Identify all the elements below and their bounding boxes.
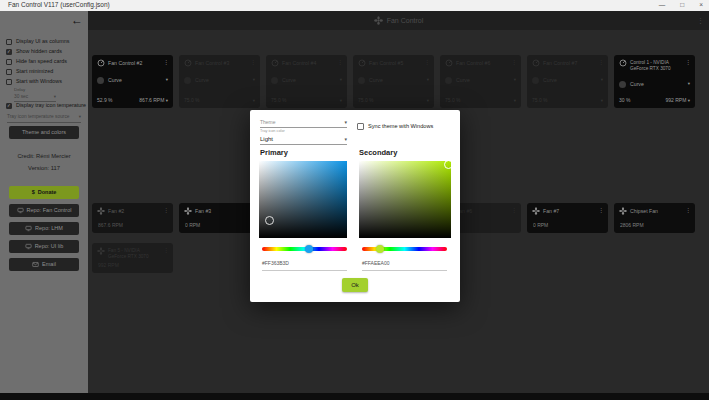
- card-title: Control 1 - NVIDIA: [630, 61, 671, 66]
- overflow-menu-icon[interactable]: ⋮: [697, 17, 704, 24]
- checkbox-checked[interactable]: ✓: [6, 103, 12, 109]
- gauge-icon: [184, 59, 192, 67]
- repo-ui-lib-button[interactable]: Repo: UI lib: [9, 240, 79, 253]
- chevron-down-icon: ▾: [79, 115, 81, 120]
- primary-hex-input[interactable]: #FF363B3D: [262, 261, 347, 271]
- enable-toggle[interactable]: [532, 77, 539, 84]
- option-start-with-windows[interactable]: Start with Windows: [6, 79, 62, 85]
- checkbox[interactable]: [6, 79, 12, 85]
- checkbox[interactable]: [6, 39, 12, 45]
- app-header: Fan Control ⋮: [88, 11, 709, 30]
- secondary-hue-thumb[interactable]: [376, 245, 384, 253]
- gauge-icon: [97, 59, 105, 67]
- curve-select[interactable]: Curve: [543, 78, 557, 83]
- option-tray-temperature[interactable]: ✓ Display tray icon temperature: [6, 103, 86, 109]
- kebab-menu-icon[interactable]: ⋮: [424, 59, 430, 65]
- fan-icon: [97, 247, 105, 255]
- checkbox-checked[interactable]: ✓: [6, 49, 12, 55]
- kebab-menu-icon[interactable]: ⋮: [685, 207, 691, 213]
- enable-toggle[interactable]: [619, 81, 626, 88]
- fan-speed-card[interactable]: Fan #2 ⋮ 867.6 RPM: [92, 203, 173, 233]
- primary-hue-thumb[interactable]: [305, 245, 313, 253]
- fan-speed-card[interactable]: Fan 5 - NVIDIA GeForce RTX 3070 ⋮ 992 RP…: [92, 243, 173, 273]
- curve-select[interactable]: Curve: [369, 78, 383, 83]
- checkbox[interactable]: [357, 123, 364, 130]
- option-start-minimized[interactable]: Start minimized: [6, 69, 53, 75]
- monitor-icon: [17, 207, 24, 214]
- monitor-icon: [25, 243, 32, 250]
- maximize-button[interactable]: □: [680, 2, 684, 9]
- fan-control-card[interactable]: Fan Control #4 ⋮ Curve ▾ 75.0 % ▾: [266, 55, 347, 108]
- color-selector-ring[interactable]: [265, 216, 274, 225]
- kebab-menu-icon[interactable]: ⋮: [163, 247, 169, 253]
- email-button[interactable]: Email: [9, 258, 79, 271]
- fan-speed-card[interactable]: Fan #3 ⋮ 0 RPM: [179, 203, 260, 233]
- fan-control-card[interactable]: Fan Control #3 ⋮ Curve ▾ 75.0 % ▾: [179, 55, 260, 108]
- curve-select[interactable]: Curve: [630, 82, 644, 87]
- fan-icon: [97, 207, 105, 215]
- back-arrow-button[interactable]: ←: [71, 14, 83, 26]
- fan-icon: [619, 207, 627, 215]
- theme-and-colors-button[interactable]: Theme and colors: [9, 126, 79, 139]
- kebab-menu-icon[interactable]: ⋮: [598, 207, 604, 213]
- option-display-ui-columns[interactable]: Display UI as columns: [6, 39, 69, 45]
- fan-control-card[interactable]: Fan Control #7 ⋮ Curve ▾ 75.0 % ▾: [527, 55, 608, 108]
- enable-toggle[interactable]: [184, 77, 191, 84]
- repo-fan-control-button[interactable]: Repo: Fan Control: [9, 204, 79, 217]
- card-title: Fan #2: [108, 209, 124, 214]
- kebab-menu-icon[interactable]: ⋮: [598, 59, 604, 65]
- checkbox[interactable]: [6, 59, 12, 65]
- secondary-hex-input[interactable]: #FFAEEA00: [362, 261, 447, 271]
- fan-control-card[interactable]: Fan Control #5 ⋮ Curve ▾ 75.0 % ▾: [353, 55, 434, 108]
- sync-theme-label: Sync theme with Windows: [368, 124, 433, 130]
- chevron-down-icon: ▾: [601, 98, 603, 103]
- fan-speed-card[interactable]: Chipset Fan ⋮ 2806 RPM: [614, 203, 695, 233]
- fan-control-card[interactable]: Fan Control #2 ⋮ Curve ▾ 52.9 % 867.6 RP…: [92, 55, 173, 108]
- repo-lhm-button[interactable]: Repo: LHM: [9, 222, 79, 235]
- option-label: Show hidden cards: [16, 49, 62, 54]
- kebab-menu-icon[interactable]: ⋮: [511, 207, 517, 213]
- fan-percent: 75.0 %: [358, 98, 374, 104]
- kebab-menu-icon[interactable]: ⋮: [337, 59, 343, 65]
- button-label: Email: [42, 262, 56, 268]
- chevron-down-icon: ▾: [253, 78, 255, 83]
- primary-saturation-picker[interactable]: [259, 161, 347, 238]
- kebab-menu-icon[interactable]: ⋮: [163, 59, 169, 65]
- close-button[interactable]: ×: [699, 2, 703, 9]
- option-hide-fan-speed-cards[interactable]: Hide fan speed cards: [6, 59, 67, 65]
- color-selector-ring[interactable]: [444, 161, 451, 169]
- chevron-down-icon: ▾: [514, 98, 516, 103]
- curve-select[interactable]: Curve: [456, 78, 470, 83]
- gpu-control-card[interactable]: Control 1 - NVIDIA GeForce RTX 3070 ⋮ Cu…: [614, 55, 695, 108]
- ok-button[interactable]: Ok: [342, 278, 368, 292]
- enable-toggle[interactable]: [358, 77, 365, 84]
- curve-select[interactable]: Curve: [195, 78, 209, 83]
- enable-toggle[interactable]: [271, 77, 278, 84]
- chevron-down-icon: ▾: [340, 98, 342, 103]
- sync-theme-option[interactable]: Sync theme with Windows: [357, 123, 433, 130]
- monitor-icon: [25, 225, 32, 232]
- secondary-hue-slider[interactable]: [362, 247, 447, 251]
- checkbox[interactable]: [6, 69, 12, 75]
- option-show-hidden-cards[interactable]: ✓ Show hidden cards: [6, 49, 62, 55]
- button-label: Donate: [38, 190, 57, 196]
- curve-select[interactable]: Curve: [108, 78, 122, 83]
- minimize-button[interactable]: —: [659, 2, 666, 9]
- enable-toggle[interactable]: [445, 77, 452, 84]
- secondary-saturation-picker[interactable]: [359, 161, 451, 238]
- delay-select[interactable]: 30 sec ▾: [14, 93, 56, 102]
- kebab-menu-icon[interactable]: ⋮: [163, 207, 169, 213]
- tray-source-select[interactable]: Tray icon temperature source ▾: [7, 113, 81, 123]
- gauge-icon: [445, 59, 453, 67]
- theme-select[interactable]: Theme ▾: [260, 117, 347, 128]
- donate-button[interactable]: $ Donate: [9, 186, 79, 199]
- tray-icon-color-select[interactable]: Light ▾: [260, 134, 347, 145]
- card-title: Fan #3: [195, 209, 211, 214]
- curve-select[interactable]: Curve: [282, 78, 296, 83]
- fan-control-card[interactable]: Fan Control #6 ⋮ Curve ▾ 75.0 % ▾: [440, 55, 521, 108]
- kebab-menu-icon[interactable]: ⋮: [511, 59, 517, 65]
- kebab-menu-icon[interactable]: ⋮: [685, 59, 691, 65]
- kebab-menu-icon[interactable]: ⋮: [250, 59, 256, 65]
- fan-speed-card[interactable]: Fan #7 ⋮ 0 RPM: [527, 203, 608, 233]
- enable-toggle[interactable]: [97, 77, 104, 84]
